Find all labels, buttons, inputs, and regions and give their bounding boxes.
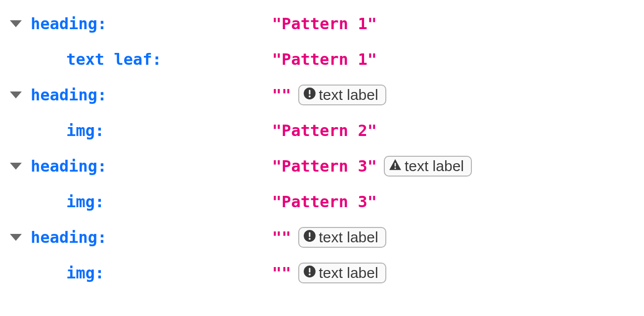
tree-row[interactable]: heading:""text label: [10, 220, 644, 255]
node-type: img:: [66, 264, 104, 282]
node-value: "Pattern 3": [272, 192, 377, 211]
tree-row[interactable]: img:"Pattern 2": [10, 113, 644, 148]
error-icon: [303, 87, 319, 103]
node-type: img:: [66, 192, 104, 211]
svg-point-7: [309, 238, 311, 240]
disclosure-triangle-icon[interactable]: [10, 20, 22, 27]
disclosure-triangle-icon[interactable]: [10, 234, 22, 241]
disclosure-triangle-icon[interactable]: [10, 163, 22, 170]
node-value: "": [272, 228, 291, 247]
svg-point-10: [309, 273, 311, 275]
node-type: text leaf:: [66, 50, 162, 69]
node-type: heading:: [31, 14, 107, 33]
badge-label: text label: [319, 229, 378, 246]
tree-row[interactable]: heading:"Pattern 3"text label: [10, 148, 644, 184]
issue-badge[interactable]: text label: [298, 263, 386, 283]
node-value: "Pattern 1": [272, 14, 377, 33]
tree-row[interactable]: heading:""text label: [10, 77, 644, 113]
svg-rect-9: [309, 268, 310, 272]
badge-label: text label: [319, 265, 378, 281]
node-type: heading:: [31, 157, 107, 176]
tree-row[interactable]: img:""text label: [10, 255, 644, 291]
svg-rect-1: [309, 90, 310, 94]
tree-row[interactable]: text leaf:"Pattern 1": [10, 42, 644, 77]
svg-point-2: [309, 95, 311, 97]
tree-row[interactable]: heading:"Pattern 1": [10, 6, 644, 42]
node-value: "Pattern 1": [272, 50, 377, 69]
issue-badge[interactable]: text label: [298, 85, 386, 105]
node-value: "": [272, 86, 291, 104]
svg-point-4: [394, 167, 396, 169]
node-type: heading:: [31, 86, 107, 104]
accessibility-tree: heading:"Pattern 1"text leaf:"Pattern 1"…: [10, 6, 644, 291]
error-icon: [303, 229, 319, 246]
node-value: "Pattern 3": [272, 157, 377, 176]
svg-rect-3: [395, 163, 396, 167]
issue-badge[interactable]: text label: [384, 156, 472, 177]
node-type: heading:: [31, 228, 107, 247]
disclosure-triangle-icon[interactable]: [10, 91, 22, 98]
badge-label: text label: [319, 87, 378, 103]
node-value: "": [272, 264, 291, 282]
node-value: "Pattern 2": [272, 121, 377, 140]
error-icon: [303, 265, 319, 281]
node-type: img:: [66, 121, 104, 140]
warning-icon: [389, 158, 405, 175]
issue-badge[interactable]: text label: [298, 227, 386, 248]
svg-rect-6: [309, 232, 310, 237]
tree-row[interactable]: img:"Pattern 3": [10, 184, 644, 220]
badge-label: text label: [405, 158, 464, 175]
